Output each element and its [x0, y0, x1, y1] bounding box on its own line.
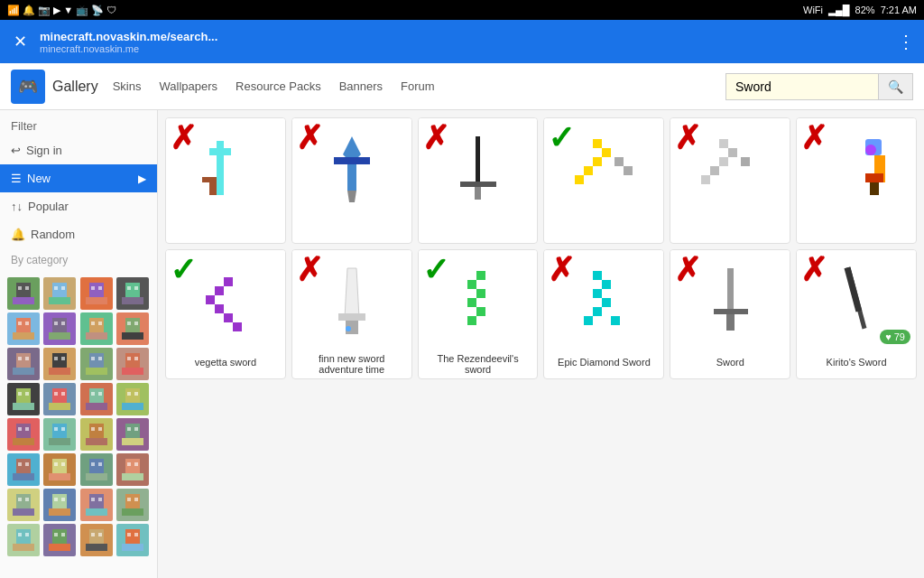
- svg-rect-8: [54, 286, 58, 290]
- svg-rect-47: [49, 368, 70, 375]
- avatar-thumb[interactable]: [43, 383, 76, 415]
- avatar-thumb[interactable]: [7, 383, 40, 415]
- search-button[interactable]: 🔍: [879, 73, 913, 100]
- svg-rect-178: [719, 139, 728, 148]
- svg-rect-216: [845, 266, 863, 312]
- svg-rect-190: [215, 304, 224, 313]
- svg-rect-12: [86, 297, 107, 304]
- avatar-thumb[interactable]: [7, 524, 40, 556]
- svg-rect-203: [476, 307, 485, 316]
- avatar-thumb[interactable]: [43, 348, 76, 380]
- avatar-thumb[interactable]: [80, 383, 113, 415]
- avatar-thumb[interactable]: [116, 489, 149, 521]
- sidebar-random[interactable]: 🔔 Random: [0, 220, 157, 248]
- avatar-thumb[interactable]: [7, 312, 40, 345]
- avatar-thumb[interactable]: [80, 277, 113, 310]
- svg-rect-32: [86, 332, 107, 340]
- svg-rect-149: [61, 533, 65, 536]
- nav-skins[interactable]: Skins: [113, 79, 142, 93]
- svg-rect-164: [209, 182, 217, 195]
- svg-rect-170: [475, 187, 481, 200]
- avatar-thumb[interactable]: [80, 489, 113, 521]
- sidebar-signin[interactable]: ↩ Sign in: [0, 136, 157, 164]
- svg-rect-194: [233, 322, 242, 331]
- heart-badge: ♥ 79: [880, 330, 910, 344]
- item-card[interactable]: ✗: [291, 117, 412, 244]
- avatar-thumb[interactable]: [116, 383, 149, 415]
- svg-point-198: [346, 326, 351, 331]
- avatar-thumb[interactable]: [80, 418, 113, 451]
- nav-resource-packs[interactable]: Resource Packs: [236, 79, 321, 93]
- svg-rect-62: [13, 403, 34, 410]
- svg-rect-129: [61, 498, 65, 501]
- svg-rect-182: [701, 175, 710, 184]
- svg-rect-142: [13, 544, 34, 551]
- avatar-thumb[interactable]: [116, 418, 149, 451]
- by-category-label: By category: [0, 248, 157, 272]
- avatar-thumb[interactable]: [116, 277, 149, 310]
- svg-rect-171: [593, 139, 602, 148]
- new-arrow: ▶: [138, 172, 146, 185]
- svg-rect-77: [122, 403, 143, 410]
- item-card-image: ✗: [419, 118, 538, 218]
- search-input[interactable]: [725, 73, 879, 100]
- item-card-image: ✗: [670, 250, 790, 350]
- avatar-thumb[interactable]: [43, 489, 76, 521]
- item-card[interactable]: ✓: [543, 117, 664, 244]
- avatar-thumb[interactable]: [116, 348, 149, 380]
- avatar-thumb[interactable]: [7, 348, 40, 380]
- svg-rect-128: [54, 498, 58, 501]
- item-card[interactable]: ✗finn new sword adventure time: [291, 249, 412, 379]
- svg-rect-108: [54, 462, 58, 466]
- item-card[interactable]: ✗Epic Diamond Sword: [543, 249, 664, 379]
- filter-label: Filter: [0, 110, 157, 136]
- avatar-thumb[interactable]: [43, 312, 76, 345]
- item-card[interactable]: ✓vegetta sword: [165, 249, 286, 379]
- svg-rect-84: [25, 427, 29, 431]
- item-card[interactable]: ✗: [796, 117, 917, 244]
- avatar-thumb[interactable]: [116, 524, 149, 556]
- menu-button[interactable]: ⋮: [897, 31, 915, 52]
- avatar-thumb[interactable]: [7, 489, 40, 521]
- item-label: Epic Diamond Sword: [544, 350, 663, 375]
- avatar-thumb[interactable]: [7, 277, 40, 310]
- nav-banners[interactable]: Banners: [339, 79, 383, 93]
- avatar-thumb[interactable]: [116, 453, 149, 486]
- svg-rect-208: [602, 298, 611, 307]
- svg-marker-195: [345, 268, 359, 318]
- avatar-thumb[interactable]: [80, 524, 113, 556]
- nav-wallpapers[interactable]: Wallpapers: [159, 79, 217, 93]
- avatar-thumb[interactable]: [43, 277, 76, 310]
- close-button[interactable]: ✕: [9, 32, 31, 51]
- sidebar-popular[interactable]: ↑↓ Popular: [0, 192, 157, 220]
- svg-rect-112: [86, 473, 107, 480]
- avatar-thumb[interactable]: [43, 418, 76, 451]
- item-card[interactable]: ✓The Rezendeevil's sword: [418, 249, 539, 379]
- svg-rect-19: [134, 286, 138, 290]
- svg-rect-7: [49, 297, 70, 304]
- signin-icon: ↩: [11, 144, 21, 157]
- avatar-thumb[interactable]: [43, 453, 76, 486]
- item-card[interactable]: ✗Sword: [670, 249, 790, 379]
- avatar-thumb[interactable]: [7, 418, 40, 451]
- item-card-image: ✗: [797, 118, 916, 218]
- item-card[interactable]: ✗: [670, 117, 790, 244]
- sidebar-new[interactable]: ☰ New ▶: [0, 164, 157, 192]
- item-card[interactable]: ✗: [165, 117, 286, 244]
- item-card-image: ✗: [544, 250, 663, 350]
- nav-forum[interactable]: Forum: [401, 79, 435, 93]
- avatar-thumb[interactable]: [80, 312, 113, 345]
- avatar-thumb[interactable]: [80, 453, 113, 486]
- avatar-thumb[interactable]: [80, 348, 113, 380]
- svg-rect-58: [127, 357, 131, 360]
- item-card[interactable]: ✗♥ 79Kirito's Sword: [796, 249, 917, 379]
- avatar-thumb[interactable]: [43, 524, 76, 556]
- svg-rect-161: [209, 148, 217, 155]
- svg-rect-79: [134, 392, 138, 396]
- avatar-thumb[interactable]: [116, 312, 149, 345]
- avatar-thumb[interactable]: [7, 453, 40, 486]
- avatar-grid: [0, 272, 157, 562]
- svg-rect-73: [91, 392, 95, 396]
- svg-rect-180: [719, 157, 728, 166]
- item-card[interactable]: ✗: [418, 117, 539, 244]
